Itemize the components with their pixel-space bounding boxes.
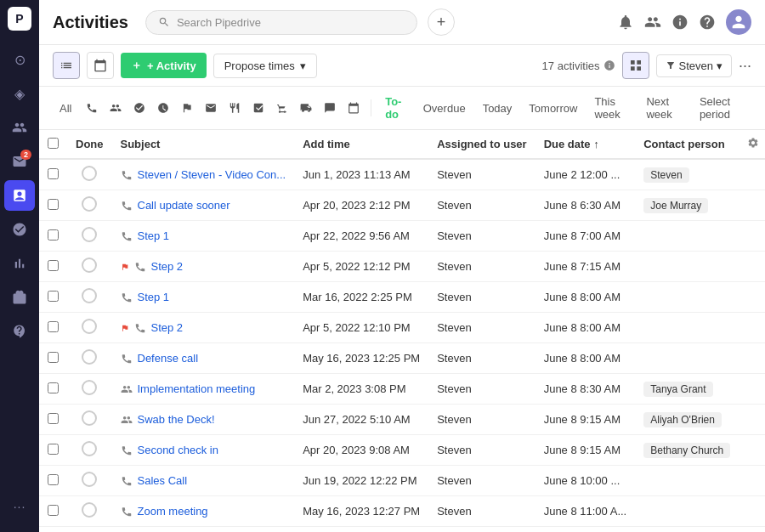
select-all-checkbox[interactable] — [48, 138, 59, 149]
add-button[interactable]: + — [428, 8, 455, 36]
header-contact-col[interactable]: Contact person — [635, 130, 739, 159]
subject-cell[interactable]: Swab the Deck! — [121, 413, 286, 426]
sidebar-item-deals[interactable]: ◈ — [4, 78, 35, 109]
header-subject-col[interactable]: Subject — [112, 130, 295, 159]
row-checkbox[interactable] — [48, 382, 59, 393]
row-checkbox[interactable] — [48, 321, 59, 332]
tab-todo[interactable]: To-do — [378, 92, 413, 124]
filter-calendar[interactable] — [343, 98, 364, 118]
row-checkbox[interactable] — [48, 199, 59, 210]
subject-cell[interactable]: Sales Call — [121, 474, 286, 487]
sidebar-item-products[interactable] — [4, 282, 35, 313]
subject-text: Sales Call — [138, 474, 188, 487]
filter-custom[interactable] — [248, 98, 269, 118]
more-options-button[interactable]: ··· — [739, 57, 751, 75]
sidebar-item-marketplace[interactable] — [4, 316, 35, 347]
subject-cell[interactable]: Zoom meeting — [121, 505, 286, 518]
subject-cell[interactable]: Call update sooner — [121, 199, 286, 212]
header-done-col: Done — [67, 130, 112, 159]
subject-cell[interactable]: Step 2 — [121, 260, 286, 273]
done-circle[interactable] — [82, 166, 97, 181]
tab-select-period[interactable]: Select period — [693, 92, 751, 124]
done-circle[interactable] — [82, 227, 97, 242]
notifications-icon[interactable] — [617, 14, 634, 31]
propose-times-button[interactable]: Propose times ▾ — [213, 54, 317, 78]
row-checkbox[interactable] — [48, 168, 59, 179]
subject-cell[interactable]: Step 2 — [121, 321, 286, 334]
tab-next-week[interactable]: Next week — [639, 92, 689, 124]
contact-tag[interactable]: Tanya Grant — [643, 382, 712, 397]
subject-cell[interactable]: Step 1 — [121, 291, 286, 303]
filter-delivery[interactable] — [296, 98, 316, 118]
calendar-view-button[interactable] — [87, 52, 114, 79]
tab-today[interactable]: Today — [476, 99, 519, 118]
tab-this-week[interactable]: This week — [587, 92, 636, 124]
contact-tag[interactable]: Steven — [643, 167, 688, 183]
done-circle[interactable] — [82, 380, 97, 395]
done-circle[interactable] — [82, 258, 97, 273]
filter-note[interactable] — [320, 98, 340, 118]
list-view-button[interactable] — [53, 52, 80, 79]
contact-tag[interactable]: Joe Murray — [643, 198, 708, 213]
filter-phone[interactable] — [82, 98, 102, 118]
mark-cell — [739, 527, 765, 533]
subject-cell[interactable]: Implementation meeting — [121, 382, 286, 395]
insights-icon[interactable] — [672, 14, 688, 31]
done-circle[interactable] — [82, 502, 97, 518]
sidebar-item-home[interactable]: ⊙ — [4, 44, 35, 75]
filter-button[interactable]: Steven ▾ — [656, 54, 732, 77]
done-circle[interactable] — [82, 410, 97, 426]
filter-task[interactable] — [129, 98, 150, 118]
header-addtime-col[interactable]: Add time — [294, 130, 428, 159]
filter-flag[interactable] — [177, 98, 197, 118]
filter-shopping[interactable] — [272, 98, 292, 118]
table-view-toggle[interactable] — [622, 52, 649, 79]
contact-tag[interactable]: Bethany Church — [643, 443, 730, 458]
assigned-cell: Steven — [428, 527, 535, 533]
done-circle[interactable] — [82, 441, 97, 456]
sidebar-item-more[interactable]: ··· — [4, 491, 35, 522]
row-checkbox[interactable] — [48, 444, 59, 455]
contact-tag[interactable]: Aliyah O'Brien — [643, 412, 722, 427]
add-activity-button[interactable]: ＋ + Activity — [121, 53, 207, 78]
row-checkbox[interactable] — [48, 260, 59, 271]
header-duedate-col[interactable]: Due date ↑ — [536, 130, 636, 159]
filter-lunch[interactable] — [224, 98, 245, 118]
subject-cell[interactable]: Second check in — [121, 444, 286, 456]
app-logo[interactable]: P — [8, 7, 31, 31]
tab-tomorrow[interactable]: Tomorrow — [522, 99, 584, 118]
contacts-icon[interactable] — [644, 14, 661, 31]
sidebar-item-activities[interactable] — [4, 180, 35, 211]
row-checkbox[interactable] — [48, 474, 59, 485]
done-circle[interactable] — [82, 196, 97, 212]
tab-all[interactable]: All — [53, 99, 78, 118]
done-circle[interactable] — [82, 349, 97, 365]
help-icon[interactable] — [699, 14, 716, 31]
done-circle[interactable] — [82, 288, 97, 303]
contact-cell — [635, 252, 739, 282]
add-time-cell: Apr 5, 2022 12:10 PM — [294, 313, 428, 343]
header-assigned-col[interactable]: Assigned to user — [428, 130, 535, 159]
filter-deadline[interactable] — [153, 98, 173, 118]
filter-meeting[interactable] — [105, 98, 126, 118]
sidebar-item-contacts[interactable] — [4, 112, 35, 143]
subject-cell[interactable]: Steven / Steven - Video Con... — [121, 168, 286, 181]
sidebar-item-leads[interactable] — [4, 214, 35, 245]
row-checkbox[interactable] — [48, 352, 59, 363]
row-checkbox[interactable] — [48, 291, 59, 302]
filter-email[interactable] — [201, 98, 221, 118]
header: Activities Search Pipedrive + — [39, 0, 765, 45]
header-settings-col[interactable] — [739, 130, 765, 159]
sidebar-item-analytics[interactable] — [4, 248, 35, 279]
subject-cell[interactable]: Defense call — [121, 352, 286, 365]
row-checkbox[interactable] — [48, 229, 59, 241]
done-circle[interactable] — [82, 472, 97, 487]
row-checkbox[interactable] — [48, 413, 59, 424]
tab-overdue[interactable]: Overdue — [416, 99, 473, 118]
sidebar-item-inbox[interactable]: 2 — [4, 146, 35, 177]
subject-cell[interactable]: Step 1 — [121, 229, 286, 242]
row-checkbox[interactable] — [48, 505, 59, 516]
user-avatar[interactable] — [726, 9, 751, 35]
search-bar[interactable]: Search Pipedrive — [145, 10, 417, 35]
done-circle[interactable] — [82, 319, 97, 334]
